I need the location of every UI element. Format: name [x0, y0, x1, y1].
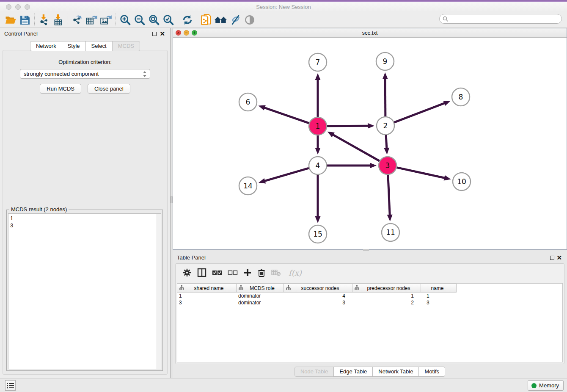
float-panel-icon[interactable] — [152, 32, 157, 36]
table-row[interactable]: 1dominator411 — [177, 293, 562, 299]
export-image-button[interactable] — [99, 13, 113, 27]
mcds-result-group: MCDS result (2 nodes) 13 — [6, 210, 163, 371]
home-icon — [214, 14, 228, 25]
table-cell[interactable]: 1 — [421, 293, 457, 299]
graph-edge-1-6[interactable] — [264, 108, 309, 123]
zoom-out-button[interactable] — [132, 13, 147, 27]
table-panel-title: Table Panel — [177, 254, 206, 261]
hide-graphics-icon — [229, 14, 242, 26]
horizontal-splitter-grip[interactable] — [363, 249, 369, 251]
export-table-icon — [85, 14, 98, 26]
eye-icon — [243, 14, 256, 25]
table-cell[interactable]: 4 — [284, 293, 352, 299]
export-network-icon — [72, 14, 83, 26]
network-graph-canvas[interactable]: 1234678910111415 — [173, 38, 567, 249]
node-table-container: f(x) shared nameMCDS rolesuccessor nodes… — [175, 263, 564, 364]
column-header-label: successor nodes — [291, 285, 352, 291]
graph-edge-3-11[interactable] — [388, 175, 390, 216]
close-table-panel-icon[interactable]: ✕ — [556, 254, 562, 262]
table-cell[interactable]: dominator — [237, 293, 284, 299]
table-cell[interactable]: 1 — [177, 293, 237, 299]
export-table-button[interactable] — [85, 13, 99, 27]
table-cell[interactable]: 3 — [284, 299, 352, 306]
duplicate-network-button[interactable] — [199, 13, 214, 27]
toolbar-separator — [178, 14, 178, 26]
zoom-in-button[interactable] — [118, 13, 132, 27]
table-tab-motifs[interactable]: Motifs — [418, 367, 445, 377]
task-history-button[interactable] — [5, 380, 16, 391]
graph-edge-3-10[interactable] — [396, 168, 445, 178]
column-header-MCDS-role[interactable]: MCDS role — [237, 284, 284, 293]
graph-node-label: 8 — [459, 93, 463, 101]
table-cell[interactable]: 2 — [352, 299, 421, 306]
table-cell[interactable]: 3 — [421, 299, 457, 306]
node-table[interactable]: shared nameMCDS rolesuccessor nodesprede… — [177, 283, 563, 362]
table-tab-edge-table[interactable]: Edge Table — [333, 367, 373, 377]
delete-column-button[interactable] — [257, 268, 266, 277]
zoom-selected-button[interactable] — [161, 13, 176, 27]
table-row[interactable]: 3dominator323 — [177, 299, 562, 306]
apply-layout-button[interactable] — [180, 13, 195, 27]
tab-select[interactable]: Select — [85, 41, 113, 51]
column-header-predecessor-nodes[interactable]: predecessor nodes — [352, 284, 421, 293]
hide-graphics-button[interactable] — [228, 13, 242, 27]
network-window-titlebar[interactable]: × − + scc.txt — [173, 28, 567, 38]
criterion-dropdown-value: strongly connected component — [24, 71, 99, 77]
optimization-criterion-label: Optimization criterion: — [3, 59, 167, 65]
save-session-button[interactable] — [18, 13, 32, 27]
memory-button[interactable]: Memory — [528, 380, 564, 391]
graph-edge-2-8[interactable] — [394, 103, 446, 122]
table-cell[interactable]: dominator — [237, 299, 284, 306]
column-network-icon — [286, 285, 291, 290]
column-header-successor-nodes[interactable]: successor nodes — [284, 284, 352, 293]
column-header-shared-name[interactable]: shared name — [177, 284, 237, 293]
tab-style[interactable]: Style — [62, 41, 86, 51]
graph-edge-1-2[interactable] — [327, 126, 369, 126]
open-session-button[interactable] — [3, 13, 18, 27]
import-network-button[interactable] — [37, 13, 51, 27]
column-header-label: predecessor nodes — [359, 285, 421, 291]
float-table-panel-icon[interactable] — [550, 256, 554, 260]
run-mcds-button[interactable]: Run MCDS — [40, 84, 81, 94]
save-icon — [20, 15, 30, 25]
create-column-button[interactable] — [243, 268, 252, 277]
table-panel: Table Panel ✕ — [173, 252, 567, 378]
show-graphics-button[interactable] — [242, 13, 257, 27]
tab-network[interactable]: Network — [30, 41, 62, 51]
columns-icon — [197, 268, 206, 277]
column-header-name[interactable]: name — [421, 284, 457, 293]
table-cell[interactable]: 1 — [352, 293, 421, 299]
mcds-result-list[interactable]: 13 — [8, 213, 161, 369]
show-columns-button[interactable] — [197, 268, 206, 277]
unchecked-boxes-icon — [228, 269, 238, 276]
graph-edge-2-9[interactable] — [385, 78, 385, 116]
search-icon — [443, 16, 449, 22]
table-cell[interactable]: 3 — [177, 299, 237, 306]
mcds-result-title: MCDS result (2 nodes) — [9, 206, 69, 213]
control-panel-header: Control Panel ✕ — [0, 28, 170, 40]
tab-mcds[interactable]: MCDS — [112, 41, 140, 51]
deselect-all-rows-button[interactable] — [228, 269, 238, 276]
criterion-dropdown[interactable]: strongly connected component — [20, 69, 150, 79]
zoom-in-icon — [119, 14, 132, 26]
table-tab-node-table[interactable]: Node Table — [295, 367, 334, 377]
graph-node-label: 2 — [383, 121, 388, 130]
table-tab-network-table[interactable]: Network Table — [372, 367, 419, 377]
export-network-button[interactable] — [70, 13, 85, 27]
graph-node-label: 1 — [316, 122, 320, 130]
table-settings-button[interactable] — [182, 268, 192, 277]
select-all-rows-button[interactable] — [212, 269, 222, 276]
graph-edge-2-3[interactable] — [386, 135, 387, 149]
graph-edge-arrowhead — [383, 72, 388, 79]
close-panel-button[interactable]: Close panel — [88, 84, 130, 94]
zoom-fit-button[interactable] — [147, 13, 161, 27]
delete-table-icon — [271, 269, 281, 276]
search-input[interactable] — [439, 14, 562, 24]
graph-edge-4-14[interactable] — [264, 168, 308, 181]
zoom-fit-icon — [148, 14, 160, 26]
import-table-button[interactable] — [51, 13, 66, 27]
graph-edge-3-1[interactable] — [332, 134, 380, 161]
close-panel-icon[interactable]: ✕ — [160, 30, 165, 38]
home-view-button[interactable] — [214, 13, 228, 27]
result-scrollbar[interactable] — [157, 214, 161, 369]
